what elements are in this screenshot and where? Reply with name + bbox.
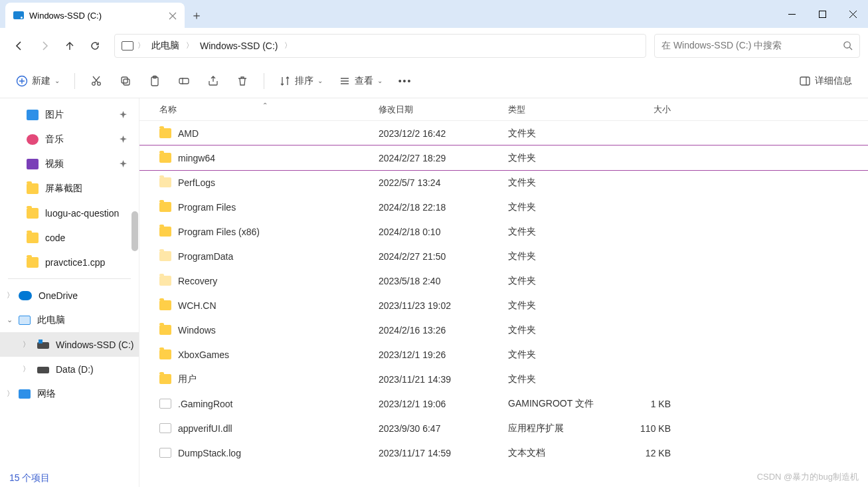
file-name: appverifUI.dll: [178, 423, 232, 434]
svg-rect-0: [819, 11, 825, 17]
sort-button[interactable]: 排序 ⌄: [272, 69, 329, 93]
file-row[interactable]: Program Files (x86)2024/2/18 0:10文件夹: [139, 219, 868, 244]
chevron-down-icon: ⌄: [317, 77, 323, 84]
chevron-right-icon[interactable]: 〉: [7, 389, 14, 399]
search-input[interactable]: 在 Windows-SSD (C:) 中搜索: [654, 34, 860, 58]
file-row[interactable]: Recovery2023/5/18 2:40文件夹: [139, 268, 868, 293]
file-row[interactable]: PerfLogs2022/5/7 13:24文件夹: [139, 170, 868, 195]
file-row[interactable]: 用户2023/11/21 14:39文件夹: [139, 367, 868, 391]
file-row[interactable]: DumpStack.log2023/11/17 14:59文本文档12 KB: [139, 440, 868, 465]
file-row[interactable]: WCH.CN2023/11/23 19:02文件夹: [139, 293, 868, 318]
sidebar-network[interactable]: 〉网络: [0, 381, 139, 406]
tab-active[interactable]: Windows-SSD (C:): [5, 3, 185, 28]
plus-circle-icon: [16, 75, 28, 87]
new-button[interactable]: 新建 ⌄: [9, 69, 66, 93]
file-row[interactable]: mingw642024/2/27 18:29文件夹: [139, 146, 868, 170]
share-button[interactable]: [200, 69, 226, 93]
sidebar-item-label: code: [45, 233, 65, 243]
address-bar[interactable]: 〉 此电脑 〉 Windows-SSD (C:) 〉: [114, 34, 646, 58]
svg-point-4: [98, 82, 101, 85]
breadcrumb-drive[interactable]: Windows-SSD (C:): [195, 41, 283, 51]
video-icon: [27, 159, 39, 169]
file-row[interactable]: AMD2023/12/2 16:42文件夹: [139, 121, 868, 146]
svg-rect-10: [800, 77, 810, 85]
sidebar-quick-item[interactable]: code: [0, 225, 139, 250]
close-tab-icon[interactable]: [169, 11, 177, 19]
paste-button[interactable]: [141, 69, 168, 93]
column-header-date[interactable]: 修改日期: [379, 104, 508, 116]
folder-icon: [159, 325, 171, 335]
file-date: 2024/2/16 13:26: [379, 325, 508, 336]
new-button-label: 新建: [32, 75, 50, 87]
view-button[interactable]: 查看 ⌄: [332, 69, 389, 93]
chevron-right-icon[interactable]: 〉: [23, 340, 30, 349]
sidebar-quick-item[interactable]: pravctice1.cpp: [0, 250, 139, 274]
more-button[interactable]: •••: [392, 69, 418, 93]
column-header-type[interactable]: 类型: [508, 104, 618, 116]
file-name: mingw64: [178, 153, 215, 163]
sort-button-label: 排序: [295, 75, 313, 87]
sidebar-item-label: Data (D:): [56, 364, 94, 375]
copy-button[interactable]: [112, 69, 139, 93]
file-type: 文件夹: [508, 324, 618, 336]
toolbar: 新建 ⌄ 排序 ⌄ 查看 ⌄ ••• 详细信息: [0, 64, 868, 98]
breadcrumb-this-pc[interactable]: 此电脑: [146, 40, 185, 52]
minimize-button[interactable]: [776, 0, 807, 28]
rename-button[interactable]: [171, 69, 197, 93]
refresh-button[interactable]: [84, 35, 106, 57]
chevron-right-icon[interactable]: 〉: [185, 41, 195, 50]
chevron-right-icon[interactable]: 〉: [283, 41, 293, 50]
chevron-right-icon[interactable]: 〉: [7, 290, 14, 300]
sidebar-quick-item[interactable]: 屏幕截图: [0, 176, 139, 201]
folder-icon: [159, 374, 171, 384]
sidebar-quick-item[interactable]: 图片: [0, 102, 139, 127]
file-type: 文件夹: [508, 349, 618, 361]
back-button[interactable]: [8, 35, 31, 57]
chevron-down-icon[interactable]: ⌄: [7, 316, 13, 324]
file-row[interactable]: appverifUI.dll2023/9/30 6:47应用程序扩展110 KB: [139, 416, 868, 440]
sidebar-item-label: 音乐: [45, 134, 64, 146]
delete-button[interactable]: [229, 69, 256, 93]
ellipsis-icon: •••: [398, 76, 412, 86]
sidebar-onedrive[interactable]: 〉OneDrive: [0, 283, 139, 308]
sidebar-quick-item[interactable]: luogu-ac-question: [0, 201, 139, 225]
sidebar-item-label: 网络: [37, 388, 56, 400]
drive-icon: [37, 367, 49, 373]
file-row[interactable]: Program Files2024/2/18 22:18文件夹: [139, 195, 868, 219]
cut-button[interactable]: [83, 69, 110, 93]
file-row[interactable]: Windows2024/2/16 13:26文件夹: [139, 318, 868, 342]
new-tab-button[interactable]: ＋: [185, 3, 209, 28]
view-button-label: 查看: [355, 75, 373, 87]
file-size: 110 KB: [618, 423, 691, 434]
folder-icon: [27, 257, 39, 268]
drive-icon: [13, 11, 24, 19]
sidebar-item-label: 图片: [45, 109, 64, 121]
file-row[interactable]: ProgramData2024/2/27 21:50文件夹: [139, 244, 868, 268]
forward-button[interactable]: [33, 35, 56, 57]
sidebar-this-pc[interactable]: ⌄此电脑: [0, 308, 139, 332]
column-header-name[interactable]: ⌃名称: [139, 104, 379, 116]
column-header-size[interactable]: 大小: [618, 104, 691, 116]
file-date: 2024/2/18 22:18: [379, 202, 508, 213]
svg-point-1: [844, 42, 850, 48]
share-icon: [207, 75, 219, 87]
sidebar-drive-item[interactable]: 〉Windows-SSD (C:): [0, 332, 139, 357]
file-row[interactable]: .GamingRoot2023/12/1 19:06GAMINGROOT 文件1…: [139, 391, 868, 416]
chevron-right-icon[interactable]: 〉: [23, 364, 30, 374]
tab-title: Windows-SSD (C:): [29, 11, 163, 21]
chevron-right-icon[interactable]: 〉: [136, 41, 146, 50]
sidebar-quick-item[interactable]: 视频: [0, 151, 139, 176]
file-row[interactable]: XboxGames2023/12/1 19:26文件夹: [139, 342, 868, 367]
close-window-button[interactable]: [837, 0, 868, 28]
file-name: ProgramData: [178, 251, 233, 262]
maximize-button[interactable]: [807, 0, 837, 28]
sidebar-drive-item[interactable]: 〉Data (D:): [0, 357, 139, 381]
scrollbar-thumb[interactable]: [131, 211, 138, 251]
music-icon: [27, 134, 39, 145]
details-pane-button[interactable]: 详细信息: [792, 69, 859, 93]
sidebar-item-label: Windows-SSD (C:): [56, 340, 133, 350]
file-name: PerfLogs: [178, 177, 215, 188]
up-button[interactable]: [58, 35, 81, 57]
sidebar-quick-item[interactable]: 音乐: [0, 127, 139, 151]
svg-rect-6: [124, 79, 130, 85]
